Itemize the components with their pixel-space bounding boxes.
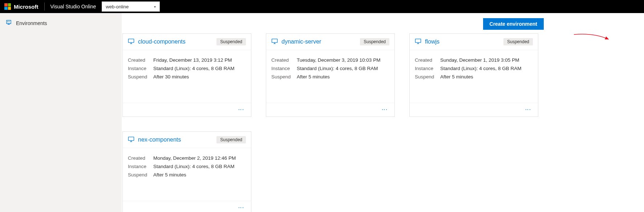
suspend-value: After 5 minutes: [440, 73, 522, 81]
suspend-label: Suspend: [271, 73, 297, 81]
suspend-value: After 5 minutes: [297, 73, 380, 81]
main-content: Create environment cloud-components Susp…: [122, 13, 644, 212]
instance-label: Instance: [271, 64, 297, 73]
card-menu-button[interactable]: ⋮: [236, 204, 246, 212]
environment-name-link[interactable]: nex-components: [138, 136, 181, 143]
created-value: Friday, December 13, 2019 3:12 PM: [153, 56, 235, 64]
svg-rect-5: [272, 39, 277, 42]
instance-value: Standard (Linux): 4 cores, 8 GB RAM: [153, 64, 235, 73]
microsoft-logo-icon: [4, 3, 11, 10]
card-menu-button[interactable]: ⋮: [236, 106, 246, 114]
created-label: Created: [415, 56, 440, 64]
instance-value: Standard (Linux): 4 cores, 8 GB RAM: [153, 162, 236, 171]
svg-rect-2: [128, 39, 134, 42]
instance-label: Instance: [128, 64, 153, 73]
plan-dropdown[interactable]: web-online ▾: [102, 1, 160, 12]
card-menu-button[interactable]: ⋮: [379, 106, 389, 114]
card-header: flowjs Suspended: [410, 34, 538, 50]
status-badge: Suspended: [216, 38, 246, 45]
microsoft-brand-text: Microsoft: [14, 4, 39, 10]
card-footer: ⋮: [123, 201, 251, 212]
instance-label: Instance: [415, 64, 440, 73]
created-value: Sunday, December 1, 2019 3:05 PM: [440, 56, 522, 64]
suspend-value: After 30 minutes: [153, 73, 235, 81]
card-footer: ⋮: [410, 103, 538, 117]
create-environment-button[interactable]: Create environment: [483, 18, 544, 30]
action-bar: Create environment: [122, 18, 634, 30]
environment-card: flowjs Suspended Created Sunday, Decembe…: [409, 33, 538, 117]
status-badge: Suspended: [216, 136, 246, 143]
svg-rect-11: [128, 137, 134, 140]
suspend-label: Suspend: [128, 73, 153, 81]
card-menu-button[interactable]: ⋮: [523, 106, 533, 114]
environment-card: nex-components Suspended Created Monday,…: [122, 131, 251, 212]
sidebar-item-environments[interactable]: Environments: [6, 18, 116, 28]
environment-card: dynamic-server Suspended Created Tuesday…: [266, 33, 395, 117]
suspend-value: After 5 minutes: [153, 171, 236, 179]
instance-value: Standard (Linux): 4 cores, 8 GB RAM: [440, 64, 522, 73]
environment-name-link[interactable]: cloud-components: [138, 38, 186, 45]
card-header: dynamic-server Suspended: [266, 34, 394, 50]
svg-point-0: [7, 21, 8, 22]
environments-icon: [6, 20, 12, 26]
suspend-label: Suspend: [415, 73, 440, 81]
microsoft-logo[interactable]: Microsoft: [4, 3, 39, 10]
card-body: Created Friday, December 13, 2019 3:12 P…: [123, 50, 251, 103]
card-header: nex-components Suspended: [123, 132, 251, 148]
card-footer: ⋮: [123, 103, 251, 117]
created-label: Created: [271, 56, 297, 64]
header-divider: [44, 3, 45, 11]
environment-card-grid: cloud-components Suspended Created Frida…: [122, 33, 634, 212]
created-label: Created: [128, 154, 153, 162]
status-badge: Suspended: [503, 38, 533, 45]
monitor-icon: [271, 38, 278, 45]
monitor-icon: [415, 38, 421, 45]
sidebar-item-label: Environments: [16, 20, 47, 26]
product-title: Visual Studio Online: [50, 4, 96, 9]
status-badge: Suspended: [360, 38, 389, 45]
svg-point-1: [9, 21, 9, 22]
plan-selected-label: web-online: [106, 4, 129, 9]
global-header: Microsoft Visual Studio Online web-onlin…: [0, 0, 644, 13]
card-header: cloud-components Suspended: [123, 34, 251, 50]
svg-rect-8: [415, 39, 421, 42]
sidebar: Environments: [0, 13, 122, 212]
instance-label: Instance: [128, 162, 153, 171]
monitor-icon: [128, 38, 134, 45]
created-label: Created: [128, 56, 153, 64]
card-body: Created Tuesday, December 3, 2019 10:03 …: [266, 50, 394, 103]
instance-value: Standard (Linux): 4 cores, 8 GB RAM: [297, 64, 380, 73]
card-body: Created Sunday, December 1, 2019 3:05 PM…: [410, 50, 538, 103]
suspend-label: Suspend: [128, 171, 153, 179]
chevron-down-icon: ▾: [154, 5, 156, 9]
created-value: Tuesday, December 3, 2019 10:03 PM: [297, 56, 380, 64]
card-body: Created Monday, December 2, 2019 12:46 P…: [123, 148, 251, 201]
card-footer: ⋮: [266, 103, 394, 117]
monitor-icon: [128, 136, 134, 143]
created-value: Monday, December 2, 2019 12:46 PM: [153, 154, 236, 162]
environment-card: cloud-components Suspended Created Frida…: [122, 33, 251, 117]
environment-name-link[interactable]: flowjs: [425, 38, 440, 45]
environment-name-link[interactable]: dynamic-server: [282, 38, 321, 45]
